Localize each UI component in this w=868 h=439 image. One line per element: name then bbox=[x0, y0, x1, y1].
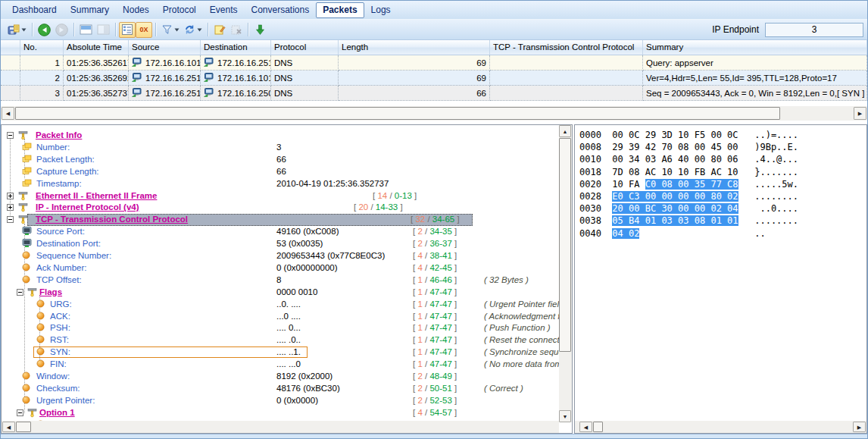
tree-row-sequence-number[interactable]: Sequence Number:2009653443 (0x77C8E0C3)[… bbox=[2, 250, 559, 262]
scroll-right-icon[interactable]: ▶ bbox=[853, 422, 866, 432]
horizontal-split-button[interactable] bbox=[77, 22, 95, 38]
ball-icon bbox=[22, 251, 30, 261]
save-button[interactable] bbox=[5, 22, 29, 38]
tree-row-source-port[interactable]: Source Port:49160 (0xC008)[ 2 / 34-35 ] bbox=[2, 226, 559, 238]
packet-row[interactable]: 201:25:36.352692172.16.16.251172.16.16.1… bbox=[1, 71, 867, 86]
dropdown-caret-icon[interactable] bbox=[174, 28, 180, 32]
tab-logs[interactable]: Logs bbox=[364, 2, 398, 18]
scroll-left-icon[interactable]: ◀ bbox=[2, 422, 15, 432]
note-edit-button[interactable] bbox=[211, 22, 228, 38]
hex-row[interactable]: 0010 00 34 03 A6 40 00 80 06 .4..@... bbox=[579, 153, 798, 165]
column-header-destination[interactable]: Destination bbox=[201, 40, 271, 55]
collapse-icon[interactable] bbox=[17, 409, 23, 416]
tree-row-packet-length[interactable]: Packet Length:66 bbox=[2, 154, 559, 166]
column-header-summary[interactable]: Summary bbox=[643, 40, 867, 55]
expand-icon[interactable] bbox=[7, 204, 14, 211]
dropdown-caret-icon[interactable] bbox=[197, 28, 202, 32]
tab-dashboard[interactable]: Dashboard bbox=[5, 2, 64, 18]
scroll-left-icon[interactable]: ◀ bbox=[2, 107, 14, 120]
hex-ascii: ........ bbox=[754, 215, 798, 226]
decode-tree-hscrollbar[interactable]: ◀ bbox=[2, 421, 559, 433]
hex-row[interactable]: 0000 00 0C 29 3D 10 F5 00 0C ..)=.... bbox=[579, 129, 798, 141]
tree-row-fin[interactable]: FIN:.... ...0[ 1 / 47-47 ]( No more data… bbox=[2, 359, 559, 371]
hex-row[interactable]: 0040 04 02 .. bbox=[579, 227, 798, 240]
column-header-protocol[interactable]: Protocol bbox=[271, 40, 339, 55]
collapse-icon[interactable] bbox=[17, 289, 23, 296]
scroll-thumb[interactable] bbox=[593, 422, 603, 432]
tree-row-urg[interactable]: URG:..0. ....[ 1 / 47-47 ]( Urgent Point… bbox=[2, 299, 559, 311]
ip-endpoint-field[interactable]: 3 bbox=[765, 23, 863, 37]
scroll-up-icon[interactable]: ▲ bbox=[559, 125, 571, 137]
hex-view-hscrollbar[interactable]: ◀ ▶ bbox=[575, 421, 866, 433]
hex-row[interactable]: 0008 29 39 42 70 08 00 45 00 )9Bp..E. bbox=[579, 141, 798, 153]
hex-row[interactable]: 0030 20 00 BC 30 00 00 02 04 ..0.... bbox=[579, 202, 798, 215]
tree-row-syn[interactable]: SYN:.... ..1.[ 1 / 47-47 ]( Synchronize … bbox=[2, 346, 559, 359]
tree-row-tcp-transmission-control-protocol[interactable]: TCP - Transmission Control Protocol[ 32 … bbox=[2, 214, 559, 226]
tree-row-destination-port[interactable]: Destination Port:53 (0x0035)[ 2 / 36-37 … bbox=[2, 238, 559, 250]
hex-row[interactable]: 0038 05 B4 01 03 03 08 01 01 ........ bbox=[579, 215, 798, 227]
filter-icon bbox=[161, 24, 173, 35]
byte-range: [ 1 / 47-47 ] bbox=[413, 359, 457, 368]
tree-row-rst[interactable]: RST:.... .0..[ 1 / 47-47 ]( Reset the co… bbox=[2, 334, 559, 346]
scroll-thumb[interactable] bbox=[16, 422, 31, 432]
scroll-thumb[interactable] bbox=[559, 138, 571, 352]
column-header-tcp-transmission-control-protocol[interactable]: TCP - Transmission Control Protocol bbox=[490, 40, 643, 55]
expand-icon[interactable] bbox=[7, 193, 14, 199]
tree-row-ack-number[interactable]: Ack Number:0 (0x00000000)[ 4 / 42-45 ] bbox=[2, 262, 559, 274]
collapse-icon[interactable] bbox=[7, 216, 14, 223]
tree-row-ethernet-ii-ethernet-ii-frame[interactable]: Ethernet II - Ethernet II Frame[ 14 / 0-… bbox=[2, 190, 559, 202]
scroll-right-icon[interactable]: ▶ bbox=[854, 107, 866, 120]
tree-row-timestamp[interactable]: Timestamp:2010-04-19 01:25:36.352737 bbox=[2, 178, 559, 190]
tree-row-number[interactable]: Number:3 bbox=[2, 142, 559, 154]
column-header-gutter[interactable] bbox=[1, 40, 20, 55]
tree-row-checksum[interactable]: Checksum:48176 (0xBC30)[ 2 / 50-51 ]( Co… bbox=[2, 383, 559, 395]
hex-row[interactable]: 0020 10 FA C0 08 00 35 77 C8 .....5w. bbox=[579, 178, 798, 190]
download-button[interactable] bbox=[251, 22, 268, 38]
hex-row[interactable]: 0028 E0 C3 00 00 00 00 80 02 ........ bbox=[579, 190, 798, 202]
packet-row[interactable]: 301:25:36.352737172.16.16.251172.16.16.2… bbox=[1, 86, 867, 101]
tab-nodes[interactable]: Nodes bbox=[116, 2, 156, 18]
scroll-down-icon[interactable]: ▼ bbox=[559, 410, 571, 422]
tab-summary[interactable]: Summary bbox=[64, 2, 116, 18]
tree-row-tcp-offset[interactable]: TCP Offset:8[ 1 / 46-46 ]( 32 Bytes ) bbox=[2, 274, 559, 287]
collapse-icon[interactable] bbox=[7, 132, 14, 139]
tree-value: 0 (0x0000) bbox=[276, 396, 318, 405]
column-header-absolute-time[interactable]: Absolute Time bbox=[64, 40, 129, 55]
hex-offset: 0040 bbox=[579, 228, 601, 239]
packet-cell: 172.16.16.251 bbox=[129, 86, 201, 101]
cell-text: Query: appserver bbox=[646, 58, 713, 67]
tab-events[interactable]: Events bbox=[203, 2, 245, 18]
column-header-no[interactable]: No. bbox=[20, 40, 64, 55]
hex-row[interactable]: 0018 7D 08 AC 10 10 FB AC 10 }....... bbox=[579, 166, 798, 178]
column-header-source[interactable]: Source bbox=[129, 40, 201, 55]
tab-protocol[interactable]: Protocol bbox=[156, 2, 203, 18]
tree-row-ack[interactable]: ACK:...0 ....[ 1 / 47-47 ]( Acknowledgme… bbox=[2, 311, 559, 323]
scroll-left-icon[interactable]: ◀ bbox=[579, 422, 592, 432]
tab-conversations[interactable]: Conversations bbox=[244, 2, 316, 18]
tree-row-window[interactable]: Window:8192 (0x2000)[ 2 / 48-49 ] bbox=[2, 371, 559, 383]
tree-row-option-1[interactable]: Option 1[ 4 / 54-57 ] bbox=[2, 407, 559, 419]
hex-pane-toggle[interactable]: 0X bbox=[136, 22, 152, 38]
refresh-button[interactable] bbox=[182, 22, 205, 38]
details-pane-toggle[interactable] bbox=[119, 22, 136, 38]
tree-row-flags[interactable]: Flags0000 0010[ 1 / 47-47 ] bbox=[2, 287, 559, 299]
packet-row[interactable]: 101:25:36.352617172.16.16.101172.16.16.2… bbox=[1, 55, 867, 71]
back-button[interactable] bbox=[36, 22, 53, 38]
dropdown-caret-icon[interactable] bbox=[21, 28, 27, 32]
tree-label: Number: bbox=[36, 143, 70, 152]
hex-bytes-highlighted: E0 C3 00 00 00 00 80 02 bbox=[612, 191, 738, 202]
tree-row-ip-internet-protocol-v4[interactable]: IP - Internet Protocol (v4)[ 20 / 14-33 … bbox=[2, 202, 559, 214]
tab-packets[interactable]: Packets bbox=[316, 2, 364, 18]
byte-range: [ 32 / 34-65 ] bbox=[411, 215, 460, 224]
cell-text: 172.16.16.250 bbox=[217, 89, 271, 98]
tree-value: 49160 (0xC008) bbox=[276, 227, 339, 236]
tree-row-packet-info[interactable]: Packet Info bbox=[2, 130, 559, 142]
tree-row-capture-length[interactable]: Capture Length:66 bbox=[2, 166, 559, 178]
filter-button[interactable] bbox=[159, 22, 182, 38]
decode-tree-vscrollbar[interactable]: ▲ ▼ bbox=[559, 125, 572, 422]
packet-list-hscrollbar[interactable]: ◀ ▶ bbox=[1, 106, 867, 121]
column-header-length[interactable]: Length bbox=[339, 40, 490, 55]
scroll-thumb[interactable] bbox=[15, 107, 780, 120]
tree-row-urgent-pointer[interactable]: Urgent Pointer:0 (0x0000)[ 2 / 52-53 ] bbox=[2, 395, 559, 407]
tree-row-psh[interactable]: PSH:.... 0...[ 1 / 47-47 ]( Push Functio… bbox=[2, 322, 559, 334]
